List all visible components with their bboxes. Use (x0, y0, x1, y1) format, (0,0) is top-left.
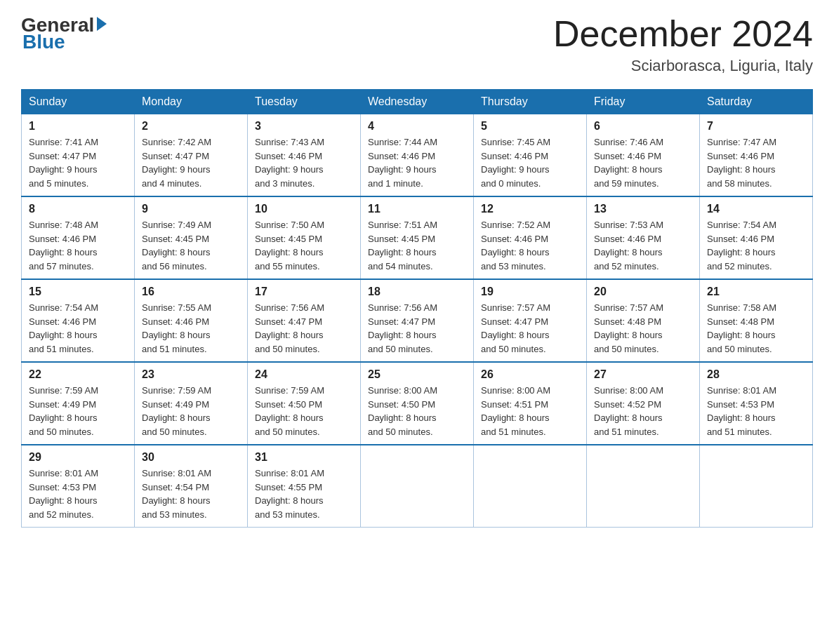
header-day-thursday: Thursday (474, 90, 587, 114)
day-info: Sunrise: 7:52 AMSunset: 4:46 PMDaylight:… (481, 218, 579, 273)
day-info: Sunrise: 8:01 AMSunset: 4:53 PMDaylight:… (707, 384, 805, 438)
day-info: Sunrise: 7:55 AMSunset: 4:46 PMDaylight:… (142, 301, 240, 356)
day-info: Sunrise: 7:46 AMSunset: 4:46 PMDaylight:… (594, 135, 692, 190)
calendar-cell: 24Sunrise: 7:59 AMSunset: 4:50 PMDayligh… (248, 362, 361, 445)
day-number: 10 (255, 203, 353, 215)
day-number: 5 (481, 120, 579, 133)
day-number: 24 (255, 368, 353, 381)
day-number: 20 (594, 286, 692, 298)
week-row-5: 29Sunrise: 8:01 AMSunset: 4:53 PMDayligh… (22, 445, 813, 528)
day-number: 1 (29, 120, 127, 133)
logo-arrow-icon (97, 17, 107, 31)
calendar-cell: 21Sunrise: 7:58 AMSunset: 4:48 PMDayligh… (700, 279, 813, 362)
day-number: 19 (481, 286, 579, 298)
day-info: Sunrise: 8:01 AMSunset: 4:53 PMDaylight:… (29, 467, 127, 521)
calendar-body: 1Sunrise: 7:41 AMSunset: 4:47 PMDaylight… (22, 114, 813, 528)
day-number: 25 (368, 368, 466, 381)
calendar-cell: 8Sunrise: 7:48 AMSunset: 4:46 PMDaylight… (22, 196, 135, 279)
calendar-cell: 25Sunrise: 8:00 AMSunset: 4:50 PMDayligh… (361, 362, 474, 445)
calendar-cell: 16Sunrise: 7:55 AMSunset: 4:46 PMDayligh… (135, 279, 248, 362)
calendar-header: SundayMondayTuesdayWednesdayThursdayFrid… (22, 90, 813, 114)
header-day-sunday: Sunday (22, 90, 135, 114)
day-info: Sunrise: 7:45 AMSunset: 4:46 PMDaylight:… (481, 135, 579, 190)
day-number: 23 (142, 368, 240, 381)
day-info: Sunrise: 7:57 AMSunset: 4:48 PMDaylight:… (594, 301, 692, 356)
calendar-cell (361, 445, 474, 528)
calendar-cell: 13Sunrise: 7:53 AMSunset: 4:46 PMDayligh… (587, 196, 700, 279)
header-day-friday: Friday (587, 90, 700, 114)
day-info: Sunrise: 7:53 AMSunset: 4:46 PMDaylight:… (594, 218, 692, 273)
calendar-cell: 23Sunrise: 7:59 AMSunset: 4:49 PMDayligh… (135, 362, 248, 445)
day-number: 11 (368, 203, 466, 215)
header-day-wednesday: Wednesday (361, 90, 474, 114)
day-info: Sunrise: 7:47 AMSunset: 4:46 PMDaylight:… (707, 135, 805, 190)
day-number: 27 (594, 368, 692, 381)
day-number: 13 (594, 203, 692, 215)
day-info: Sunrise: 8:01 AMSunset: 4:54 PMDaylight:… (142, 467, 240, 521)
day-info: Sunrise: 7:41 AMSunset: 4:47 PMDaylight:… (29, 135, 127, 190)
calendar-cell: 2Sunrise: 7:42 AMSunset: 4:47 PMDaylight… (135, 114, 248, 197)
day-info: Sunrise: 7:51 AMSunset: 4:45 PMDaylight:… (368, 218, 466, 273)
day-number: 28 (707, 368, 805, 381)
day-number: 22 (29, 368, 127, 381)
day-number: 31 (255, 451, 353, 464)
calendar-cell: 18Sunrise: 7:56 AMSunset: 4:47 PMDayligh… (361, 279, 474, 362)
day-number: 16 (142, 286, 240, 298)
calendar-cell: 1Sunrise: 7:41 AMSunset: 4:47 PMDaylight… (22, 114, 135, 197)
day-number: 9 (142, 203, 240, 215)
calendar-cell: 15Sunrise: 7:54 AMSunset: 4:46 PMDayligh… (22, 279, 135, 362)
header-day-saturday: Saturday (700, 90, 813, 114)
day-info: Sunrise: 8:00 AMSunset: 4:50 PMDaylight:… (368, 384, 466, 438)
week-row-4: 22Sunrise: 7:59 AMSunset: 4:49 PMDayligh… (22, 362, 813, 445)
calendar-cell: 5Sunrise: 7:45 AMSunset: 4:46 PMDaylight… (474, 114, 587, 197)
logo: General Blue (21, 14, 107, 53)
page-header: General Blue December 2024 Sciarborasca,… (21, 14, 813, 75)
day-number: 7 (707, 120, 805, 133)
calendar-cell: 27Sunrise: 8:00 AMSunset: 4:52 PMDayligh… (587, 362, 700, 445)
day-info: Sunrise: 8:01 AMSunset: 4:55 PMDaylight:… (255, 467, 353, 521)
calendar-cell: 4Sunrise: 7:44 AMSunset: 4:46 PMDaylight… (361, 114, 474, 197)
calendar-cell (474, 445, 587, 528)
day-info: Sunrise: 7:48 AMSunset: 4:46 PMDaylight:… (29, 218, 127, 273)
day-number: 14 (707, 203, 805, 215)
calendar-cell (587, 445, 700, 528)
header-day-tuesday: Tuesday (248, 90, 361, 114)
day-number: 29 (29, 451, 127, 464)
calendar-cell: 11Sunrise: 7:51 AMSunset: 4:45 PMDayligh… (361, 196, 474, 279)
day-info: Sunrise: 7:44 AMSunset: 4:46 PMDaylight:… (368, 135, 466, 190)
week-row-1: 1Sunrise: 7:41 AMSunset: 4:47 PMDaylight… (22, 114, 813, 197)
day-info: Sunrise: 7:56 AMSunset: 4:47 PMDaylight:… (368, 301, 466, 356)
calendar-cell: 28Sunrise: 8:01 AMSunset: 4:53 PMDayligh… (700, 362, 813, 445)
day-info: Sunrise: 7:54 AMSunset: 4:46 PMDaylight:… (29, 301, 127, 356)
day-info: Sunrise: 8:00 AMSunset: 4:52 PMDaylight:… (594, 384, 692, 438)
title-section: December 2024 Sciarborasca, Liguria, Ita… (553, 14, 813, 75)
calendar-cell: 29Sunrise: 8:01 AMSunset: 4:53 PMDayligh… (22, 445, 135, 528)
calendar-cell: 17Sunrise: 7:56 AMSunset: 4:47 PMDayligh… (248, 279, 361, 362)
calendar-cell: 30Sunrise: 8:01 AMSunset: 4:54 PMDayligh… (135, 445, 248, 528)
calendar-cell: 31Sunrise: 8:01 AMSunset: 4:55 PMDayligh… (248, 445, 361, 528)
day-number: 6 (594, 120, 692, 133)
day-info: Sunrise: 7:57 AMSunset: 4:47 PMDaylight:… (481, 301, 579, 356)
day-info: Sunrise: 7:49 AMSunset: 4:45 PMDaylight:… (142, 218, 240, 273)
calendar-cell (700, 445, 813, 528)
day-number: 2 (142, 120, 240, 133)
day-number: 3 (255, 120, 353, 133)
location-text: Sciarborasca, Liguria, Italy (553, 57, 813, 75)
week-row-3: 15Sunrise: 7:54 AMSunset: 4:46 PMDayligh… (22, 279, 813, 362)
day-info: Sunrise: 7:43 AMSunset: 4:46 PMDaylight:… (255, 135, 353, 190)
week-row-2: 8Sunrise: 7:48 AMSunset: 4:46 PMDaylight… (22, 196, 813, 279)
day-info: Sunrise: 8:00 AMSunset: 4:51 PMDaylight:… (481, 384, 579, 438)
calendar-cell: 9Sunrise: 7:49 AMSunset: 4:45 PMDaylight… (135, 196, 248, 279)
calendar-cell: 19Sunrise: 7:57 AMSunset: 4:47 PMDayligh… (474, 279, 587, 362)
logo-blue-text: Blue (22, 31, 65, 53)
calendar-cell: 10Sunrise: 7:50 AMSunset: 4:45 PMDayligh… (248, 196, 361, 279)
calendar-cell: 20Sunrise: 7:57 AMSunset: 4:48 PMDayligh… (587, 279, 700, 362)
day-number: 26 (481, 368, 579, 381)
day-info: Sunrise: 7:42 AMSunset: 4:47 PMDaylight:… (142, 135, 240, 190)
day-info: Sunrise: 7:58 AMSunset: 4:48 PMDaylight:… (707, 301, 805, 356)
calendar-cell: 3Sunrise: 7:43 AMSunset: 4:46 PMDaylight… (248, 114, 361, 197)
day-number: 21 (707, 286, 805, 298)
day-number: 4 (368, 120, 466, 133)
day-info: Sunrise: 7:59 AMSunset: 4:50 PMDaylight:… (255, 384, 353, 438)
calendar-cell: 12Sunrise: 7:52 AMSunset: 4:46 PMDayligh… (474, 196, 587, 279)
